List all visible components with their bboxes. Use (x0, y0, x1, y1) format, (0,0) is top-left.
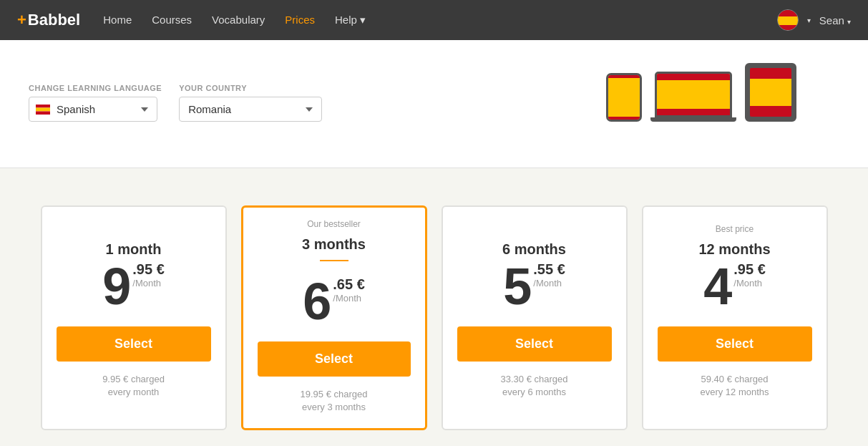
user-caret-icon: ▾ (847, 18, 851, 26)
country-selector-group: YOUR COUNTRY Romania Germany France Spai… (179, 84, 322, 122)
language-select[interactable]: Spanish French German Italian (29, 97, 157, 122)
language-label: CHANGE LEARNING LANGUAGE (29, 84, 162, 92)
plan-3months-badge: Our bestseller (307, 219, 361, 232)
plan-1month-period: /Month (132, 278, 165, 289)
help-caret-icon: ▾ (360, 14, 366, 26)
plan-6months-price-large: 5 (503, 261, 532, 312)
plan-6months-price: 5 .55 € /Month (503, 261, 565, 312)
plan-3months-underline (320, 260, 348, 261)
language-select-wrapper: Spanish French German Italian (29, 97, 162, 122)
plan-card-3months: Our bestseller 3 months 6 .65 € /Month S… (241, 205, 427, 430)
plan-12months-price-right: .95 € /Month (733, 261, 766, 294)
nav-help[interactable]: Help ▾ (335, 14, 366, 26)
devices-illustration (606, 63, 839, 122)
logo-plus: + (17, 11, 26, 29)
plan-12months-price-large: 4 (703, 261, 732, 312)
nav-vocabulary[interactable]: Vocabulary (212, 14, 265, 26)
selectors-row: CHANGE LEARNING LANGUAGE Spanish French … (29, 63, 839, 122)
svg-rect-1 (778, 16, 799, 25)
plan-1month-price-large: 9 (102, 261, 131, 312)
plan-3months-price-large: 6 (303, 276, 331, 327)
user-name: Sean (819, 14, 844, 26)
plan-6months-decimal: .55 € (533, 261, 565, 278)
navbar: +Babbel Home Courses Vocabulary Prices H… (0, 0, 868, 40)
nav-home[interactable]: Home (103, 14, 132, 26)
svg-rect-0 (778, 10, 799, 16)
plan-6months-charge: 33.30 € chargedevery 6 months (501, 373, 568, 399)
plan-3months-charge: 19.95 € chargedevery 3 months (301, 388, 368, 414)
plan-3months-period: /Month (333, 293, 365, 304)
plan-card-6months: ‎ 6 months 5 .55 € /Month Select 33.30 €… (442, 205, 628, 430)
plan-12months-period: /Month (733, 278, 766, 289)
user-menu[interactable]: Sean ▾ (819, 14, 851, 26)
plan-3months-price-right: .65 € /Month (333, 276, 365, 309)
plan-6months-select-button[interactable]: Select (457, 326, 612, 362)
plan-12months-decimal: .95 € (733, 261, 766, 278)
section-divider (0, 168, 868, 168)
plan-6months-period: /Month (533, 278, 565, 289)
language-flag[interactable] (777, 9, 799, 31)
nav-links: Home Courses Vocabulary Prices Help ▾ (103, 14, 777, 26)
plan-12months-select-button[interactable]: Select (658, 326, 812, 362)
pricing-grid: 1 month 9 .95 € /Month Select 9.95 € cha… (41, 205, 828, 430)
flag-caret-icon: ▾ (807, 16, 811, 24)
plan-3months-title: 3 months (302, 236, 366, 253)
plan-card-12months: Best price 12 months 4 .95 € /Month Sele… (642, 205, 828, 430)
plan-1month-price-right: .95 € /Month (132, 261, 165, 294)
plan-1month-price: 9 .95 € /Month (102, 261, 165, 312)
device-tablet (745, 63, 796, 122)
plan-card-1month: 1 month 9 .95 € /Month Select 9.95 € cha… (41, 205, 227, 430)
plan-1month-select-button[interactable]: Select (57, 326, 211, 362)
nav-right: ▾ Sean ▾ (777, 9, 851, 31)
pricing-section: 1 month 9 .95 € /Month Select 9.95 € cha… (0, 191, 868, 446)
device-phone (606, 73, 642, 122)
logo-text: Babbel (28, 11, 80, 29)
plan-1month-decimal: .95 € (132, 261, 165, 278)
plan-12months-charge: 59.40 € chargedevery 12 months (700, 373, 769, 399)
logo[interactable]: +Babbel (17, 11, 80, 29)
plan-6months-title: 6 months (502, 241, 566, 258)
plan-1month-charge: 9.95 € chargedevery month (102, 373, 165, 399)
language-selector-group: CHANGE LEARNING LANGUAGE Spanish French … (29, 84, 162, 122)
device-laptop (650, 72, 736, 122)
main-content: CHANGE LEARNING LANGUAGE Spanish French … (0, 40, 868, 168)
plan-1month-title: 1 month (106, 241, 162, 258)
country-label: YOUR COUNTRY (179, 84, 322, 92)
svg-rect-2 (778, 25, 799, 31)
plan-3months-select-button[interactable]: Select (258, 341, 411, 377)
plan-6months-price-right: .55 € /Month (533, 261, 565, 294)
nav-courses[interactable]: Courses (152, 14, 192, 26)
plan-3months-decimal: .65 € (333, 276, 365, 293)
plan-12months-title: 12 months (698, 241, 770, 258)
plan-12months-price: 4 .95 € /Month (703, 261, 766, 312)
plan-3months-price: 6 .65 € /Month (303, 276, 365, 327)
nav-prices[interactable]: Prices (285, 14, 315, 26)
plan-12months-badge: Best price (716, 224, 754, 237)
country-select[interactable]: Romania Germany France Spain (179, 97, 322, 122)
